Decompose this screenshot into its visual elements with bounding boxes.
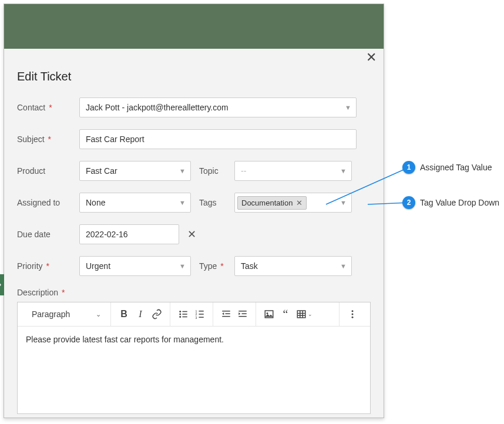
product-label: Product bbox=[17, 166, 45, 176]
assigned-value: None bbox=[86, 198, 105, 207]
required-marker: * bbox=[46, 134, 51, 144]
product-select[interactable]: Fast Car ▼ bbox=[79, 161, 191, 181]
type-value: Task bbox=[241, 261, 258, 271]
numbered-list-icon[interactable]: 123 bbox=[191, 306, 208, 322]
priority-label: Priority bbox=[17, 261, 43, 271]
due-date-input[interactable]: 2022-02-16 bbox=[79, 224, 179, 244]
annotation-text: Tag Value Drop Down bbox=[420, 198, 499, 207]
annotation-bubble: 2 bbox=[402, 196, 415, 209]
format-select-value: Paragraph bbox=[32, 309, 70, 319]
chevron-down-icon: ▼ bbox=[340, 263, 347, 270]
annotation-text: Assigned Tag Value bbox=[420, 163, 492, 172]
svg-point-20 bbox=[267, 312, 268, 314]
tag-chip-label: Documentation bbox=[241, 198, 293, 207]
svg-rect-6 bbox=[183, 317, 187, 318]
product-value: Fast Car bbox=[86, 166, 117, 176]
indent-icon[interactable] bbox=[234, 306, 251, 322]
svg-point-2 bbox=[179, 314, 181, 315]
chevron-down-icon: ▼ bbox=[340, 199, 347, 206]
chevron-down-icon: ⌄ bbox=[96, 311, 101, 318]
subject-value: Fast Car Report bbox=[86, 134, 145, 144]
tags-select[interactable]: Documentation ✕ ▼ bbox=[234, 193, 352, 213]
svg-text:3: 3 bbox=[196, 316, 197, 319]
chevron-down-icon: ▼ bbox=[179, 263, 186, 270]
due-date-clear-icon[interactable]: ✕ bbox=[185, 226, 199, 243]
bullet-list-icon[interactable] bbox=[175, 306, 191, 322]
svg-rect-15 bbox=[222, 316, 230, 317]
priority-select[interactable]: Urgent ▼ bbox=[79, 256, 191, 276]
topic-value: -- bbox=[241, 166, 246, 176]
required-marker: * bbox=[59, 288, 65, 297]
required-marker: * bbox=[44, 261, 49, 271]
rich-text-editor: Paragraph ⌄ B I 123 bbox=[17, 302, 371, 414]
editor-body[interactable]: Please provide latest fast car reports f… bbox=[18, 327, 370, 413]
annotation-1: 1 Assigned Tag Value bbox=[402, 161, 492, 174]
bold-icon[interactable]: B bbox=[116, 306, 132, 322]
edit-ticket-window: ✕ Edit Ticket Contact * Jack Pott - jack… bbox=[4, 4, 384, 418]
link-icon[interactable] bbox=[149, 306, 165, 322]
blockquote-icon[interactable]: “ bbox=[277, 306, 294, 322]
annotation-2: 2 Tag Value Drop Down bbox=[402, 196, 499, 209]
type-label: Type bbox=[199, 261, 217, 271]
svg-rect-13 bbox=[222, 311, 230, 312]
tag-remove-icon[interactable]: ✕ bbox=[296, 198, 303, 207]
svg-rect-16 bbox=[238, 311, 247, 312]
priority-value: Urgent bbox=[86, 261, 110, 271]
more-icon[interactable] bbox=[344, 306, 361, 322]
required-marker: * bbox=[218, 261, 223, 271]
topic-label: Topic bbox=[199, 166, 219, 176]
svg-rect-17 bbox=[242, 314, 247, 315]
assigned-label: Assigned to bbox=[17, 198, 60, 207]
svg-rect-10 bbox=[199, 311, 204, 312]
svg-rect-12 bbox=[199, 317, 204, 318]
italic-icon[interactable]: I bbox=[132, 306, 149, 322]
header-band bbox=[4, 4, 384, 49]
svg-rect-11 bbox=[199, 314, 204, 315]
svg-rect-18 bbox=[238, 316, 247, 317]
svg-point-28 bbox=[352, 317, 354, 318]
chevron-down-icon: ▼ bbox=[179, 167, 186, 174]
outdent-icon[interactable] bbox=[218, 306, 234, 322]
contact-label: Contact bbox=[17, 103, 45, 112]
svg-rect-14 bbox=[226, 314, 230, 315]
svg-point-27 bbox=[352, 314, 354, 315]
annotation-bubble: 1 bbox=[402, 161, 415, 174]
svg-point-3 bbox=[179, 316, 181, 318]
chevron-down-icon: ▼ bbox=[179, 199, 186, 206]
format-select[interactable]: Paragraph ⌄ bbox=[27, 306, 106, 322]
type-select[interactable]: Task ▼ bbox=[234, 256, 352, 276]
side-handle[interactable] bbox=[0, 274, 4, 295]
subject-input[interactable]: Fast Car Report bbox=[79, 129, 357, 149]
close-icon[interactable]: ✕ bbox=[362, 46, 380, 69]
tags-label: Tags bbox=[199, 198, 217, 207]
subject-label: Subject bbox=[17, 134, 45, 144]
editor-toolbar: Paragraph ⌄ B I 123 bbox=[18, 302, 370, 327]
svg-rect-21 bbox=[297, 311, 305, 318]
svg-rect-5 bbox=[183, 314, 187, 315]
contact-value: Jack Pott - jackpott@thereallettery.com bbox=[86, 103, 229, 112]
due-value: 2022-02-16 bbox=[86, 230, 128, 239]
chevron-down-icon: ▼ bbox=[340, 167, 347, 174]
image-icon[interactable] bbox=[261, 306, 277, 322]
topic-select[interactable]: -- ▼ bbox=[234, 161, 352, 181]
table-icon[interactable]: ⌄ bbox=[294, 306, 315, 322]
tag-chip: Documentation ✕ bbox=[237, 196, 307, 210]
contact-select[interactable]: Jack Pott - jackpott@thereallettery.com … bbox=[79, 97, 357, 117]
due-label: Due date bbox=[17, 230, 51, 239]
assigned-select[interactable]: None ▼ bbox=[79, 193, 191, 213]
svg-rect-4 bbox=[183, 311, 187, 312]
required-marker: * bbox=[46, 103, 52, 112]
description-label: Description bbox=[17, 288, 58, 297]
svg-point-1 bbox=[179, 311, 181, 312]
page-title: Edit Ticket bbox=[17, 70, 371, 83]
svg-point-26 bbox=[352, 310, 354, 312]
chevron-down-icon: ▼ bbox=[345, 104, 351, 111]
